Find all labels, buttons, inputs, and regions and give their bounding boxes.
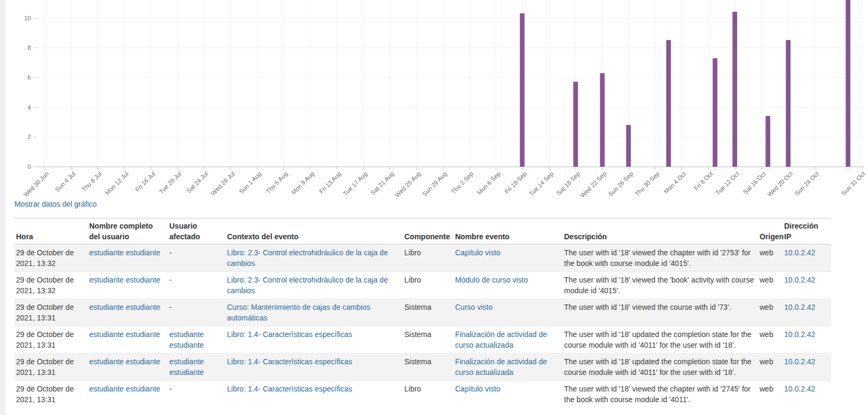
cell-usuario: estudiante estudiante [169, 326, 227, 354]
x-gridline [708, 0, 709, 167]
user-link[interactable]: estudiante estudiante [89, 357, 160, 366]
chart-bar [786, 40, 791, 167]
user-link[interactable]: estudiante estudiante [89, 248, 160, 257]
y-axis-tick [34, 107, 36, 108]
cell-evento: Capítulo visto [455, 245, 564, 272]
column-header-hora: Hora [14, 218, 89, 245]
y-gridline [36, 18, 864, 19]
cell-nombre: estudiante estudiante [89, 354, 169, 381]
event-context-link[interactable]: Libro: 2.3- Control electrohidráulico de… [227, 276, 388, 295]
event-context-link[interactable]: Libro: 1.4- Características específicas [227, 357, 352, 366]
x-axis-label: Sun 31 Oct [840, 170, 867, 197]
x-axis-tick [177, 167, 178, 170]
x-gridline [177, 0, 178, 167]
event-context-link[interactable]: Libro: 1.4- Características específicas [227, 330, 352, 339]
x-axis-tick [815, 167, 815, 170]
event-name-link[interactable]: Módulo de curso visto [455, 276, 528, 284]
x-axis-tick [470, 167, 470, 170]
affected-user-link[interactable]: estudiante estudiante [169, 330, 204, 349]
x-axis-tick [496, 167, 496, 170]
user-link[interactable]: estudiante estudiante [89, 385, 160, 393]
chart-plot-area [0, 0, 868, 167]
show-chart-data-link[interactable]: Mostrar datos del gráfico [14, 200, 97, 208]
ip-address-link[interactable]: 10.0.2.42 [784, 248, 815, 257]
x-gridline [337, 0, 337, 167]
event-context-link[interactable]: Curso: Mantenimiento de cajas de cambios… [227, 303, 370, 322]
cell-nombre: estudiante estudiante [89, 272, 169, 299]
event-context-link[interactable]: Libro: 2.3- Control electrohidráulico de… [227, 248, 388, 268]
x-axis-label: Fri 13 Aug [318, 170, 342, 195]
x-axis-label: Mon 12 Jul [104, 170, 130, 197]
event-name-link[interactable]: Finalización de actividad de curso actua… [455, 330, 547, 349]
cell-descripcion: The user with id '18' viewed the chapter… [564, 381, 760, 408]
cell-contexto: Libro: 1.4- Características específicas [227, 326, 404, 354]
cell-componente: Sistema [404, 326, 455, 354]
event-name-link[interactable]: Finalización de actividad de curso actua… [455, 357, 547, 377]
x-gridline [815, 0, 815, 167]
x-gridline [470, 0, 470, 167]
cell-descripcion: The user with id '18' viewed the 'book' … [564, 272, 760, 299]
x-gridline [204, 0, 204, 167]
cell-descripcion: The user with id '18' viewed the course … [564, 299, 760, 326]
x-gridline [97, 0, 98, 167]
cell-origen: web [760, 245, 784, 272]
x-axis-tick [124, 167, 124, 170]
x-axis-label: Wed 30 Jun [22, 170, 50, 198]
x-gridline [443, 0, 443, 167]
x-gridline [496, 0, 496, 167]
x-axis-label: Fri 16 Jul [134, 170, 157, 193]
ip-address-link[interactable]: 10.0.2.42 [784, 330, 815, 339]
x-axis-label: Tue 20 Jul [158, 170, 183, 195]
event-name-link[interactable]: Capítulo visto [455, 385, 501, 393]
cell-ip: 10.0.2.42 [784, 326, 831, 354]
event-name-link[interactable]: Curso visto [455, 303, 492, 311]
column-header-contexto: Contexto del evento [227, 218, 404, 245]
ip-address-link[interactable]: 10.0.2.42 [784, 303, 815, 311]
x-axis-tick [151, 167, 151, 170]
cell-ip: 10.0.2.42 [784, 272, 831, 299]
x-gridline [230, 0, 231, 167]
x-axis-label: Wed 22 Sep [580, 170, 608, 199]
cell-usuario: - [169, 245, 227, 272]
cell-hora: 29 de October de 2021, 13:31 [14, 381, 89, 408]
x-axis-tick [44, 167, 45, 170]
event-context-link[interactable]: Libro: 1.4- Características específicas [227, 385, 352, 393]
y-axis-label: 4 [3, 104, 31, 111]
column-header-componente: Componente [404, 218, 455, 245]
table-row: 29 de October de 2021, 13:32estudiante e… [14, 272, 831, 299]
x-axis-tick [71, 167, 72, 170]
ip-address-link[interactable]: 10.0.2.42 [784, 276, 815, 284]
x-axis-label: Mon 4 Oct [663, 170, 688, 195]
x-gridline [861, 0, 862, 167]
x-axis-tick [257, 167, 257, 170]
chart-bar [732, 12, 737, 167]
ip-address-link[interactable]: 10.0.2.42 [784, 357, 815, 366]
x-gridline [761, 0, 762, 167]
y-axis-tick [34, 77, 36, 78]
chart-bar [573, 82, 578, 167]
column-header-ip: Dirección IP [784, 218, 831, 245]
event-name-link[interactable]: Capítulo visto [455, 248, 501, 257]
ip-address-link[interactable]: 10.0.2.42 [784, 385, 815, 393]
cell-descripcion: The user with id '18' updated the comple… [564, 354, 760, 381]
chart-bar [520, 13, 525, 167]
table-row: 29 de October de 2021, 13:31estudiante e… [14, 299, 831, 326]
chart-bar [765, 116, 770, 167]
chart-bar [713, 58, 717, 167]
events-bar-chart: 0246810Wed 30 JunSun 4 JulThu 8 JulMon 1… [0, 0, 868, 199]
x-gridline [151, 0, 151, 167]
x-axis-label: Wed 25 Aug [394, 170, 422, 199]
user-link[interactable]: estudiante estudiante [89, 303, 160, 311]
x-axis-tick [416, 167, 417, 170]
cell-nombre: estudiante estudiante [89, 326, 169, 354]
user-link[interactable]: estudiante estudiante [89, 276, 160, 284]
cell-ip: 10.0.2.42 [784, 354, 831, 381]
affected-user-link[interactable]: estudiante estudiante [169, 357, 204, 377]
x-gridline [44, 0, 45, 167]
x-axis-label: Fri 8 Oct [693, 170, 714, 192]
user-link[interactable]: estudiante estudiante [89, 330, 160, 339]
cell-origen: web [760, 272, 784, 299]
y-axis-tick [34, 18, 36, 19]
x-axis-label: Sun 24 Oct [794, 170, 820, 197]
x-axis-line [36, 167, 864, 167]
